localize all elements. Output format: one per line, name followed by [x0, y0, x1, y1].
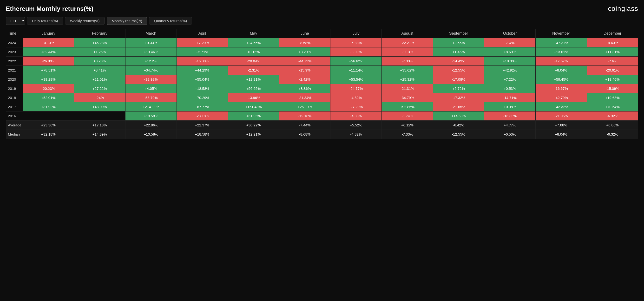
median-cell: +12.21%	[228, 130, 279, 139]
value-cell: +46.28%	[74, 38, 125, 48]
value-cell: +11.31%	[587, 48, 638, 56]
value-cell: +39.28%	[23, 75, 74, 84]
average-cell: +17.13%	[74, 121, 125, 130]
value-cell: -20.61%	[587, 66, 638, 75]
value-cell: +25.32%	[382, 75, 433, 84]
value-cell: -27.29%	[330, 102, 382, 112]
median-cell: -12.55%	[433, 130, 484, 139]
col-nov: November	[536, 29, 587, 38]
value-cell: +0.16%	[228, 48, 279, 56]
value-cell: -34.79%	[382, 93, 433, 102]
table-row: 2023+32.44%+1.26%+13.46%+2.71%+0.16%+3.2…	[6, 48, 638, 56]
header: Ethereum Monthly returns(%) coinglass	[6, 5, 638, 12]
value-cell: -6.32%	[587, 112, 638, 121]
median-cell: -4.82%	[330, 130, 382, 139]
table-row: 2016+10.58%-23.18%+61.95%-12.18%-4.83%-1…	[6, 112, 638, 121]
value-cell: +5.72%	[433, 84, 484, 93]
average-cell: +7.88%	[536, 121, 587, 130]
col-feb: February	[74, 29, 125, 38]
table-row: 2021+78.51%+8.41%+34.74%+44.29%-2.31%-15…	[6, 66, 638, 75]
col-oct: October	[484, 29, 536, 38]
average-label: Average	[6, 121, 23, 130]
value-cell: +55.04%	[176, 75, 228, 84]
col-may: May	[228, 29, 279, 38]
value-cell: +1.26%	[74, 48, 125, 56]
asset-selector[interactable]: ETH	[6, 17, 25, 25]
median-cell: +8.04%	[536, 130, 587, 139]
year-cell: 2016	[6, 112, 23, 121]
value-cell: +56.62%	[330, 56, 382, 66]
value-cell: +8.86%	[279, 84, 330, 93]
value-cell: +19.68%	[587, 93, 638, 102]
value-cell: -21.31%	[382, 84, 433, 93]
table-row: 2024-0.13%+46.28%+9.33%-17.29%+24.65%-8.…	[6, 38, 638, 48]
value-cell: +48.09%	[74, 102, 125, 112]
value-cell: +1.46%	[433, 48, 484, 56]
value-cell: -17.67%	[536, 56, 587, 66]
average-cell: +30.22%	[228, 121, 279, 130]
value-cell: -15.9%	[279, 66, 330, 75]
value-cell: -38.98%	[125, 75, 176, 84]
value-cell: +12.2%	[125, 56, 176, 66]
value-cell: +9.33%	[125, 38, 176, 48]
value-cell: +61.95%	[228, 112, 279, 121]
col-time: Time	[6, 29, 23, 38]
median-cell: -7.33%	[382, 130, 433, 139]
tab-weekly[interactable]: Weekly returns(%)	[65, 17, 105, 25]
median-cell: +14.89%	[74, 130, 125, 139]
value-cell: -17.32%	[433, 93, 484, 102]
value-cell: +42.92%	[484, 66, 536, 75]
tab-daily[interactable]: Daily returns(%)	[27, 17, 63, 25]
average-cell: +6.86%	[587, 121, 638, 130]
tab-quarterly[interactable]: Quarterly returns(%)	[149, 17, 192, 25]
value-cell: -2.31%	[228, 66, 279, 75]
median-cell: +32.18%	[23, 130, 74, 139]
value-cell: +12.21%	[228, 75, 279, 84]
value-cell: -15.09%	[587, 84, 638, 93]
col-jul: July	[330, 29, 382, 38]
year-cell: 2024	[6, 38, 23, 48]
value-cell: +18.39%	[484, 56, 536, 66]
year-cell: 2017	[6, 102, 23, 112]
table-row: 2017+31.92%+48.09%+214.11%+67.77%+161.43…	[6, 102, 638, 112]
year-cell: 2019	[6, 84, 23, 93]
value-cell: -1.74%	[382, 112, 433, 121]
value-cell: -17.08%	[433, 75, 484, 84]
value-cell: -3.4%	[484, 38, 536, 48]
page-title: Ethereum Monthly returns(%)	[6, 5, 94, 12]
value-cell: -22.21%	[382, 38, 433, 48]
value-cell: +8.78%	[74, 56, 125, 66]
table-row: 2022-26.89%+8.78%+12.2%-16.88%-28.84%-44…	[6, 56, 638, 66]
value-cell: -17.29%	[176, 38, 228, 48]
table-row: 2020+39.28%+21.01%-38.98%+55.04%+12.21%-…	[6, 75, 638, 84]
value-cell: +70.29%	[176, 93, 228, 102]
value-cell: -0.13%	[23, 38, 74, 48]
value-cell: +24.65%	[228, 38, 279, 48]
tab-monthly[interactable]: Monthly returns(%)	[107, 17, 148, 25]
col-sep: September	[433, 29, 484, 38]
value-cell: +31.92%	[23, 102, 74, 112]
value-cell: -4.83%	[330, 112, 382, 121]
value-cell: +53.54%	[330, 75, 382, 84]
value-cell: -20.23%	[23, 84, 74, 93]
year-cell: 2023	[6, 48, 23, 56]
value-cell: -2.42%	[279, 75, 330, 84]
value-cell: +18.58%	[176, 84, 228, 93]
value-cell: +19.46%	[587, 75, 638, 84]
value-cell: +10.58%	[125, 112, 176, 121]
value-cell: +52.01%	[23, 93, 74, 102]
value-cell: +59.45%	[536, 75, 587, 84]
average-row: Average+23.36%+17.13%+22.86%+22.37%+30.2…	[6, 121, 638, 130]
value-cell: +214.11%	[125, 102, 176, 112]
average-cell: -7.44%	[279, 121, 330, 130]
value-cell: -16.67%	[536, 84, 587, 93]
value-cell: +35.62%	[382, 66, 433, 75]
value-cell: +27.22%	[74, 84, 125, 93]
value-cell: -28.84%	[228, 56, 279, 66]
col-dec: December	[587, 29, 638, 38]
value-cell: +56.65%	[228, 84, 279, 93]
value-cell: -11.3%	[382, 48, 433, 56]
median-cell: +10.58%	[125, 130, 176, 139]
value-cell: -42.79%	[536, 93, 587, 102]
table-row: 2019-20.23%+27.22%+4.05%+18.58%+56.65%+8…	[6, 84, 638, 93]
